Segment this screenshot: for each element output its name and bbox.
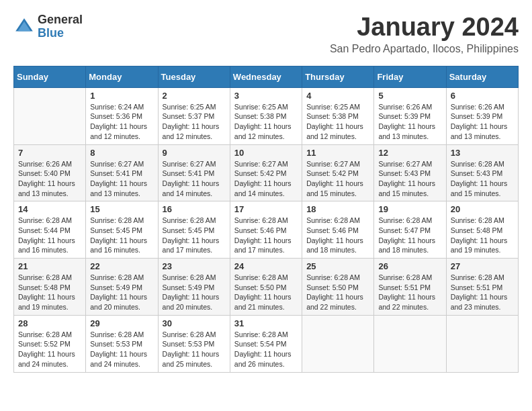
calendar-cell: 26Sunrise: 6:28 AM Sunset: 5:51 PM Dayli… (374, 259, 446, 316)
day-number: 9 (163, 148, 226, 158)
day-info: Sunrise: 6:27 AM Sunset: 5:41 PM Dayligh… (90, 159, 153, 199)
calendar-cell: 13Sunrise: 6:28 AM Sunset: 5:43 PM Dayli… (446, 144, 518, 201)
day-info: Sunrise: 6:25 AM Sunset: 5:38 PM Dayligh… (234, 102, 298, 142)
calendar-subtitle: San Pedro Apartado, Ilocos, Philippines (330, 43, 519, 55)
calendar-cell (14, 87, 86, 144)
day-header-tuesday: Tuesday (158, 66, 230, 87)
calendar-cell: 8Sunrise: 6:27 AM Sunset: 5:41 PM Daylig… (86, 144, 158, 201)
calendar-cell: 18Sunrise: 6:28 AM Sunset: 5:46 PM Dayli… (302, 201, 374, 259)
day-header-wednesday: Wednesday (230, 66, 302, 87)
day-number: 17 (234, 204, 298, 214)
calendar-cell: 9Sunrise: 6:27 AM Sunset: 5:41 PM Daylig… (158, 144, 230, 201)
day-info: Sunrise: 6:28 AM Sunset: 5:53 PM Dayligh… (90, 330, 153, 369)
day-number: 19 (378, 204, 441, 214)
day-info: Sunrise: 6:28 AM Sunset: 5:48 PM Dayligh… (18, 273, 81, 312)
week-row-2: 7Sunrise: 6:26 AM Sunset: 5:40 PM Daylig… (14, 144, 519, 201)
day-info: Sunrise: 6:28 AM Sunset: 5:51 PM Dayligh… (451, 273, 514, 312)
day-info: Sunrise: 6:28 AM Sunset: 5:48 PM Dayligh… (451, 216, 514, 255)
calendar-cell: 5Sunrise: 6:26 AM Sunset: 5:39 PM Daylig… (374, 87, 446, 144)
day-number: 3 (234, 91, 298, 101)
day-number: 1 (90, 91, 153, 101)
calendar-table: SundayMondayTuesdayWednesdayThursdayFrid… (13, 66, 519, 373)
calendar-title: January 2024 (330, 13, 519, 42)
calendar-cell (374, 315, 446, 372)
week-row-1: 1Sunrise: 6:24 AM Sunset: 5:36 PM Daylig… (14, 87, 519, 144)
days-header-row: SundayMondayTuesdayWednesdayThursdayFrid… (14, 66, 519, 87)
calendar-cell: 15Sunrise: 6:28 AM Sunset: 5:45 PM Dayli… (86, 201, 158, 259)
day-info: Sunrise: 6:28 AM Sunset: 5:53 PM Dayligh… (163, 330, 226, 369)
calendar-cell: 25Sunrise: 6:28 AM Sunset: 5:50 PM Dayli… (302, 259, 374, 316)
day-number: 13 (451, 148, 514, 158)
day-number: 18 (306, 204, 369, 214)
logo-text: General Blue (38, 13, 83, 40)
day-info: Sunrise: 6:28 AM Sunset: 5:52 PM Dayligh… (18, 330, 81, 369)
day-info: Sunrise: 6:28 AM Sunset: 5:47 PM Dayligh… (378, 216, 441, 255)
day-info: Sunrise: 6:28 AM Sunset: 5:46 PM Dayligh… (306, 216, 369, 255)
day-info: Sunrise: 6:28 AM Sunset: 5:50 PM Dayligh… (234, 273, 298, 312)
day-info: Sunrise: 6:28 AM Sunset: 5:50 PM Dayligh… (306, 273, 369, 312)
logo-general-text: General (38, 13, 83, 27)
day-info: Sunrise: 6:25 AM Sunset: 5:38 PM Dayligh… (306, 102, 369, 142)
calendar-cell: 10Sunrise: 6:27 AM Sunset: 5:42 PM Dayli… (230, 144, 302, 201)
day-number: 11 (306, 148, 369, 158)
day-number: 8 (90, 148, 153, 158)
day-header-sunday: Sunday (14, 66, 86, 87)
day-info: Sunrise: 6:28 AM Sunset: 5:45 PM Dayligh… (163, 216, 226, 255)
day-info: Sunrise: 6:27 AM Sunset: 5:42 PM Dayligh… (306, 159, 369, 199)
day-info: Sunrise: 6:28 AM Sunset: 5:54 PM Dayligh… (234, 330, 298, 369)
logo-blue-text: Blue (38, 27, 83, 40)
day-info: Sunrise: 6:28 AM Sunset: 5:43 PM Dayligh… (451, 159, 514, 199)
header: General Blue January 2024 San Pedro Apar… (13, 13, 519, 55)
calendar-cell: 6Sunrise: 6:26 AM Sunset: 5:39 PM Daylig… (446, 87, 518, 144)
day-number: 20 (451, 204, 514, 214)
day-info: Sunrise: 6:27 AM Sunset: 5:42 PM Dayligh… (234, 159, 298, 199)
day-number: 7 (18, 148, 81, 158)
calendar-cell: 4Sunrise: 6:25 AM Sunset: 5:38 PM Daylig… (302, 87, 374, 144)
calendar-cell: 30Sunrise: 6:28 AM Sunset: 5:53 PM Dayli… (158, 315, 230, 372)
week-row-5: 28Sunrise: 6:28 AM Sunset: 5:52 PM Dayli… (14, 315, 519, 372)
calendar-cell: 29Sunrise: 6:28 AM Sunset: 5:53 PM Dayli… (86, 315, 158, 372)
calendar-cell (302, 315, 374, 372)
day-header-saturday: Saturday (446, 66, 518, 87)
day-number: 24 (234, 261, 298, 271)
day-number: 31 (234, 318, 298, 328)
day-info: Sunrise: 6:28 AM Sunset: 5:49 PM Dayligh… (90, 273, 153, 312)
day-number: 15 (90, 204, 153, 214)
day-number: 12 (378, 148, 441, 158)
calendar-cell: 27Sunrise: 6:28 AM Sunset: 5:51 PM Dayli… (446, 259, 518, 316)
day-number: 4 (306, 91, 369, 101)
calendar-cell: 31Sunrise: 6:28 AM Sunset: 5:54 PM Dayli… (230, 315, 302, 372)
day-number: 10 (234, 148, 298, 158)
calendar-cell: 14Sunrise: 6:28 AM Sunset: 5:44 PM Dayli… (14, 201, 86, 259)
day-number: 6 (451, 91, 514, 101)
day-info: Sunrise: 6:26 AM Sunset: 5:39 PM Dayligh… (451, 102, 514, 142)
day-number: 21 (18, 261, 81, 271)
day-number: 2 (163, 91, 226, 101)
calendar-cell: 21Sunrise: 6:28 AM Sunset: 5:48 PM Dayli… (14, 259, 86, 316)
day-info: Sunrise: 6:26 AM Sunset: 5:40 PM Dayligh… (18, 159, 81, 199)
day-info: Sunrise: 6:28 AM Sunset: 5:46 PM Dayligh… (234, 216, 298, 255)
day-info: Sunrise: 6:26 AM Sunset: 5:39 PM Dayligh… (378, 102, 441, 142)
week-row-3: 14Sunrise: 6:28 AM Sunset: 5:44 PM Dayli… (14, 201, 519, 259)
calendar-cell: 2Sunrise: 6:25 AM Sunset: 5:37 PM Daylig… (158, 87, 230, 144)
calendar-cell: 17Sunrise: 6:28 AM Sunset: 5:46 PM Dayli… (230, 201, 302, 259)
calendar-cell: 1Sunrise: 6:24 AM Sunset: 5:36 PM Daylig… (86, 87, 158, 144)
day-header-monday: Monday (86, 66, 158, 87)
week-row-4: 21Sunrise: 6:28 AM Sunset: 5:48 PM Dayli… (14, 259, 519, 316)
day-number: 14 (18, 204, 81, 214)
day-info: Sunrise: 6:25 AM Sunset: 5:37 PM Dayligh… (163, 102, 226, 142)
day-header-thursday: Thursday (302, 66, 374, 87)
calendar-cell: 16Sunrise: 6:28 AM Sunset: 5:45 PM Dayli… (158, 201, 230, 259)
day-info: Sunrise: 6:28 AM Sunset: 5:45 PM Dayligh… (90, 216, 153, 255)
calendar-cell: 23Sunrise: 6:28 AM Sunset: 5:49 PM Dayli… (158, 259, 230, 316)
calendar-cell: 22Sunrise: 6:28 AM Sunset: 5:49 PM Dayli… (86, 259, 158, 316)
logo-icon (13, 16, 35, 38)
day-number: 23 (163, 261, 226, 271)
calendar-cell: 19Sunrise: 6:28 AM Sunset: 5:47 PM Dayli… (374, 201, 446, 259)
day-info: Sunrise: 6:27 AM Sunset: 5:43 PM Dayligh… (378, 159, 441, 199)
calendar-cell: 20Sunrise: 6:28 AM Sunset: 5:48 PM Dayli… (446, 201, 518, 259)
day-number: 25 (306, 261, 369, 271)
day-info: Sunrise: 6:27 AM Sunset: 5:41 PM Dayligh… (163, 159, 226, 199)
day-number: 27 (451, 261, 514, 271)
day-info: Sunrise: 6:28 AM Sunset: 5:49 PM Dayligh… (163, 273, 226, 312)
